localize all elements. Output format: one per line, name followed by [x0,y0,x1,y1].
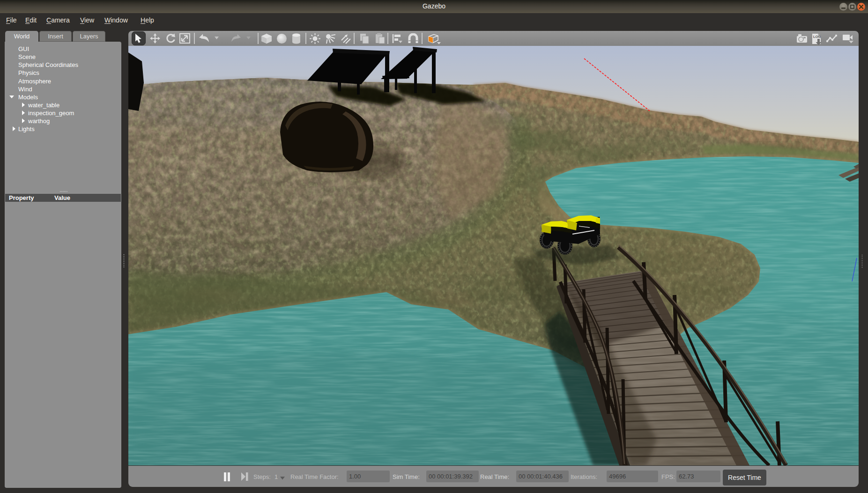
svg-text:LOG: LOG [813,35,821,39]
